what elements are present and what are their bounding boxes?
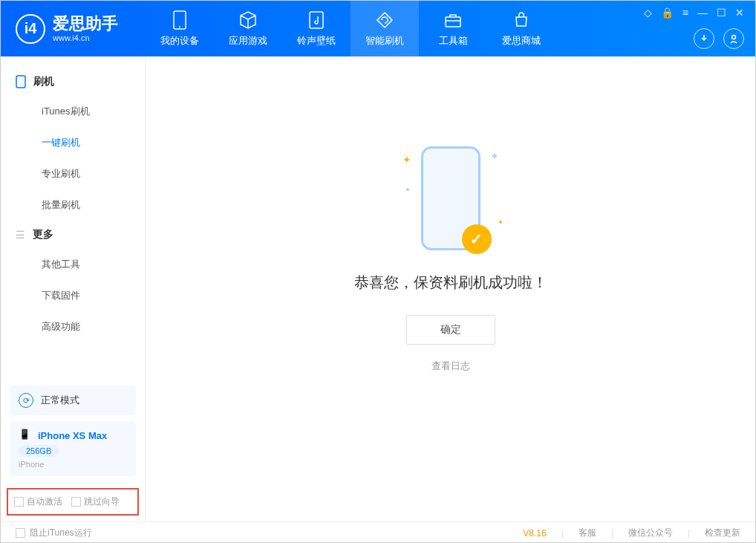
highlighted-options: 自动激活 跳过向导 [7, 488, 139, 516]
sidebar: 刷机 iTunes刷机 一键刷机 专业刷机 批量刷机 ☰ 更多 其他工具 下载固… [1, 56, 146, 521]
sidebar-item-batch-flash[interactable]: 批量刷机 [1, 189, 145, 221]
success-message: 恭喜您，保资料刷机成功啦！ [354, 273, 547, 293]
shirt-icon[interactable]: ◇ [644, 7, 652, 19]
header-actions [694, 28, 744, 49]
svg-point-5 [732, 36, 736, 39]
app-url: www.i4.cn [53, 33, 118, 42]
phone-icon [16, 75, 26, 88]
logo-icon: i4 [16, 14, 45, 44]
tab-smart-flash[interactable]: 智能刷机 [351, 1, 419, 56]
refresh-icon [374, 10, 395, 30]
sidebar-item-advanced[interactable]: 高级功能 [1, 311, 145, 342]
svg-point-1 [179, 26, 180, 27]
section-more: ☰ 更多 [1, 221, 145, 249]
checkbox-auto-activate[interactable]: 自动激活 [14, 495, 62, 508]
sidebar-item-other-tools[interactable]: 其他工具 [1, 249, 145, 280]
footer-link-wechat[interactable]: 微信公众号 [628, 527, 673, 539]
close-icon[interactable]: ✕ [735, 7, 744, 19]
ok-button[interactable]: 确定 [406, 315, 495, 345]
toolbox-icon [443, 10, 463, 30]
main-content: ✦ • ✦ • ✓ 恭喜您，保资料刷机成功啦！ 确定 查看日志 [146, 56, 755, 521]
tab-shop[interactable]: 爱思商城 [487, 1, 555, 56]
shop-icon [511, 10, 532, 30]
sidebar-item-itunes-flash[interactable]: iTunes刷机 [1, 96, 145, 127]
checkbox-prevent-itunes[interactable]: 阻止iTunes运行 [16, 527, 92, 539]
device-type: iPhone [19, 460, 127, 469]
device-icon: 📱 [19, 429, 32, 442]
svg-rect-2 [310, 12, 323, 28]
menu-icon[interactable]: ≡ [682, 7, 688, 19]
cube-icon [238, 10, 258, 30]
minimize-icon[interactable]: — [697, 7, 708, 19]
version-label: V8.16 [523, 528, 546, 539]
device-icon [169, 10, 190, 30]
app-name: 爱思助手 [53, 15, 118, 33]
check-icon: ✓ [462, 224, 492, 254]
success-illustration: ✦ • ✦ • ✓ [421, 146, 480, 250]
capacity-badge: 256GB [19, 445, 59, 457]
sidebar-item-download-firmware[interactable]: 下载固件 [1, 280, 145, 311]
window-controls: ◇ 🔒 ≡ — ☐ ✕ [644, 7, 744, 19]
footer-link-support[interactable]: 客服 [579, 527, 596, 539]
music-file-icon [306, 10, 327, 30]
app-header: i4 爱思助手 www.i4.cn 我的设备 应用游戏 铃声壁纸 智能刷机 工具… [1, 1, 755, 56]
checkbox-skip-wizard[interactable]: 跳过向导 [71, 495, 120, 508]
nav-tabs: 我的设备 应用游戏 铃声壁纸 智能刷机 工具箱 爱思商城 [146, 1, 555, 56]
tab-apps-games[interactable]: 应用游戏 [214, 1, 282, 56]
lock-icon[interactable]: 🔒 [661, 7, 674, 19]
footer: 阻止iTunes运行 V8.16 | 客服 | 微信公众号 | 检查更新 [1, 521, 755, 543]
tab-toolbox[interactable]: 工具箱 [419, 1, 487, 56]
mode-card[interactable]: ⟳ 正常模式 [10, 386, 136, 415]
sidebar-item-oneclick-flash[interactable]: 一键刷机 [1, 127, 145, 158]
tab-ringtone-wallpaper[interactable]: 铃声壁纸 [282, 1, 351, 56]
sidebar-item-pro-flash[interactable]: 专业刷机 [1, 158, 145, 189]
maximize-icon[interactable]: ☐ [717, 7, 726, 19]
download-button[interactable] [694, 28, 714, 49]
logo-area: i4 爱思助手 www.i4.cn [1, 14, 146, 44]
list-icon: ☰ [16, 229, 25, 241]
section-flash: 刷机 [1, 68, 145, 96]
view-log-link[interactable]: 查看日志 [431, 360, 470, 373]
mode-icon: ⟳ [19, 393, 33, 408]
device-name: iPhone XS Max [38, 430, 107, 441]
svg-rect-3 [446, 17, 460, 27]
footer-link-update[interactable]: 检查更新 [705, 527, 740, 539]
device-card[interactable]: 📱 iPhone XS Max 256GB iPhone [10, 421, 136, 476]
user-button[interactable] [723, 28, 744, 49]
svg-rect-6 [16, 76, 25, 88]
tab-my-device[interactable]: 我的设备 [146, 1, 214, 56]
